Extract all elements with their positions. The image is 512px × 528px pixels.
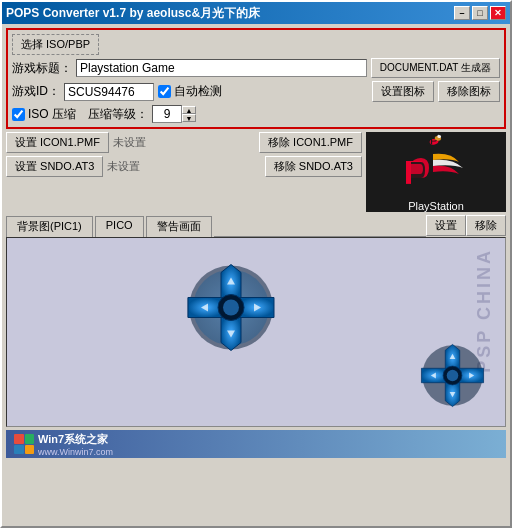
auto-detect-label: 自动检测 [174,83,222,100]
ps-logo-svg [406,132,466,148]
window-title: POPS Converter v1.7 by aeolusc&月光下的床 [6,5,260,22]
auto-detect-checkbox-label[interactable]: 自动检测 [158,83,222,100]
icon1-row: 设置 ICON1.PMF 未设置 移除 ICON1.PMF [6,132,362,153]
svg-point-11 [223,300,239,316]
compress-level-label: 压缩等级： [88,106,148,123]
tab-pico[interactable]: PICO [95,216,144,238]
compress-level-spinbox: ▲ ▼ [152,105,196,123]
select-iso-button[interactable]: 选择 ISO/PBP [12,34,99,55]
tab-set-button[interactable]: 设置 [426,215,466,236]
footer-bar: Win7系统之家 www.Winwin7.com [6,430,506,458]
game-title-label: 游戏标题： [12,60,72,77]
ps-logo-panel: PlayStation [366,132,506,212]
main-window: POPS Converter v1.7 by aeolusc&月光下的床 – □… [0,0,512,528]
sndo-status: 未设置 [107,159,140,174]
row-game-title: 游戏标题： DOCUMENT.DAT 生成器 [12,58,500,78]
auto-detect-checkbox[interactable] [158,85,171,98]
row-game-id: 游戏ID： 自动检测 设置图标 移除图标 [12,81,500,102]
flag-q1 [14,434,24,444]
icon1-status: 未设置 [113,135,146,150]
controller-icon-2 [420,343,485,411]
game-title-input[interactable] [76,59,367,77]
ps-brand-text: PlayStation [408,200,464,212]
tab-pic1[interactable]: 背景图(PIC1) [6,216,93,238]
minimize-button[interactable]: – [454,6,470,20]
pic-area: PSP CHINA [6,237,506,427]
dpad-svg-1 [186,263,276,353]
ps-symbol [401,148,471,196]
title-bar: POPS Converter v1.7 by aeolusc&月光下的床 – □… [2,2,510,24]
remove-sndo-button[interactable]: 移除 SNDO.AT3 [265,156,362,177]
dpad-svg-2 [420,343,485,408]
compress-level-input[interactable] [152,105,182,123]
controller-icon-1 [186,263,276,356]
spin-buttons: ▲ ▼ [182,106,196,122]
spin-down-button[interactable]: ▼ [182,114,196,122]
tab-area: 背景图(PIC1) PICO 警告画面 设置 移除 PSP CHINA [6,215,506,427]
sndo-row: 设置 SNDO.AT3 未设置 移除 SNDO.AT3 [6,156,362,177]
flag-q2 [25,434,35,444]
row-select-iso: 选择 ISO/PBP [12,34,500,55]
tab-remove-button[interactable]: 移除 [466,215,506,236]
win-text-area: Win7系统之家 www.Winwin7.com [38,432,113,457]
win-logo-area: Win7系统之家 www.Winwin7.com [14,432,113,457]
set-icon1-button[interactable]: 设置 ICON1.PMF [6,132,109,153]
svg-point-18 [447,370,459,382]
iso-compress-checkbox[interactable] [12,108,25,121]
set-icon-button[interactable]: 设置图标 [372,81,434,102]
remove-icon1-button[interactable]: 移除 ICON1.PMF [259,132,362,153]
footer-main-text: Win7系统之家 [38,432,113,447]
flag-q4 [25,445,35,455]
maximize-button[interactable]: □ [472,6,488,20]
iso-compress-label: ISO 压缩 [28,106,76,123]
game-id-label: 游戏ID： [12,83,60,100]
remove-icon-button[interactable]: 移除图标 [438,81,500,102]
windows-flag-icon [14,434,34,454]
close-button[interactable]: ✕ [490,6,506,20]
title-bar-buttons: – □ ✕ [454,6,506,20]
middle-panel: 设置 ICON1.PMF 未设置 移除 ICON1.PMF 设置 SNDO.AT… [6,132,506,212]
game-id-input[interactable] [64,83,154,101]
tab-row: 背景图(PIC1) PICO 警告画面 设置 移除 [6,215,506,238]
document-dat-button[interactable]: DOCUMENT.DAT 生成器 [371,58,500,78]
spin-up-button[interactable]: ▲ [182,106,196,114]
tab-warning[interactable]: 警告画面 [146,216,212,238]
flag-q3 [14,445,24,455]
top-panel: 选择 ISO/PBP 游戏标题： DOCUMENT.DAT 生成器 游戏ID： … [6,28,506,129]
ps-logo-container [401,148,471,198]
set-sndo-button[interactable]: 设置 SNDO.AT3 [6,156,103,177]
footer-sub-text: www.Winwin7.com [38,447,113,457]
row-iso-compress: ISO 压缩 压缩等级： ▲ ▼ [12,105,500,123]
window-body: 选择 ISO/PBP 游戏标题： DOCUMENT.DAT 生成器 游戏ID： … [2,24,510,526]
icon-rows: 设置 ICON1.PMF 未设置 移除 ICON1.PMF 设置 SNDO.AT… [6,132,362,177]
iso-compress-checkbox-label[interactable]: ISO 压缩 [12,106,76,123]
